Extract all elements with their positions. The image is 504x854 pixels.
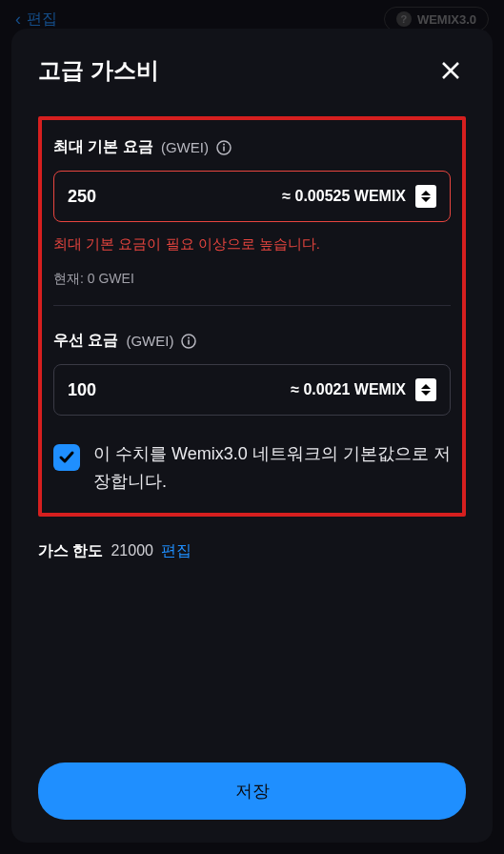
max-base-fee-label-row: 최대 기본 요금 (GWEI) [53, 137, 451, 157]
priority-fee-input[interactable] [68, 380, 144, 400]
priority-fee-unit: (GWEI) [126, 333, 173, 349]
check-icon [58, 449, 75, 466]
chevron-down-icon [421, 391, 431, 396]
max-base-fee-stepper[interactable] [415, 185, 436, 208]
gas-limit-value: 21000 [111, 542, 153, 559]
input-right: ≈ 0.00525 WEMIX [282, 185, 436, 208]
priority-fee-label-row: 우선 요금 (GWEI) [53, 331, 451, 351]
spacer [38, 561, 466, 740]
priority-fee-stepper[interactable] [415, 378, 436, 401]
save-button[interactable]: 저장 [38, 762, 466, 820]
svg-rect-7 [189, 339, 191, 344]
current-value: 0 GWEI [88, 271, 134, 286]
network-label: WEMIX3.0 [417, 12, 476, 27]
chevron-left-icon: ‹ [15, 10, 21, 30]
back-link[interactable]: ‹ 편집 [15, 10, 57, 30]
advanced-gas-modal: 고급 가스비 최대 기본 요금 (GWEI) [11, 29, 493, 843]
svg-rect-4 [223, 146, 225, 151]
priority-fee-input-wrapper: ≈ 0.0021 WEMIX [53, 364, 451, 416]
chevron-up-icon [421, 191, 431, 195]
max-base-fee-input[interactable] [68, 187, 144, 207]
modal-title: 고급 가스비 [38, 55, 159, 86]
max-base-fee-current: 현재: 0 GWEI [53, 271, 451, 288]
input-right: ≈ 0.0021 WEMIX [291, 378, 436, 401]
gas-limit-edit-link[interactable]: 편집 [161, 541, 192, 561]
priority-fee-group: 우선 요금 (GWEI) ≈ 0.0021 WEMIX [53, 331, 451, 416]
max-base-fee-unit: (GWEI) [161, 139, 209, 155]
chevron-down-icon [421, 197, 431, 202]
close-icon [441, 61, 460, 80]
current-label: 현재: [53, 271, 84, 286]
highlight-box: 최대 기본 요금 (GWEI) ≈ 0.00525 WEMIX [38, 116, 466, 517]
max-base-fee-approx: ≈ 0.00525 WEMIX [282, 188, 406, 205]
max-base-fee-error: 최대 기본 요금이 필요 이상으로 높습니다. [53, 235, 451, 254]
max-base-fee-input-wrapper: ≈ 0.00525 WEMIX [53, 171, 451, 222]
modal-header: 고급 가스비 [38, 55, 466, 86]
save-default-label: 이 수치를 Wemix3.0 네트워크의 기본값으로 저장합니다. [93, 440, 451, 496]
priority-fee-label: 우선 요금 [53, 331, 118, 351]
gas-limit-label: 가스 한도 [38, 541, 103, 561]
help-icon: ? [396, 11, 412, 27]
info-icon[interactable] [216, 140, 232, 155]
gas-limit-row: 가스 한도 21000 편집 [38, 541, 466, 561]
svg-point-6 [188, 336, 190, 338]
close-button[interactable] [435, 55, 466, 86]
max-base-fee-group: 최대 기본 요금 (GWEI) ≈ 0.00525 WEMIX [53, 137, 451, 288]
max-base-fee-label: 최대 기본 요금 [53, 137, 153, 157]
chevron-up-icon [421, 384, 431, 389]
svg-point-3 [223, 143, 225, 145]
priority-fee-approx: ≈ 0.0021 WEMIX [291, 381, 406, 398]
save-default-checkbox[interactable] [53, 444, 80, 471]
info-icon[interactable] [181, 334, 196, 349]
back-label: 편집 [27, 10, 57, 30]
divider [53, 305, 451, 306]
save-default-row: 이 수치를 Wemix3.0 네트워크의 기본값으로 저장합니다. [53, 440, 451, 496]
